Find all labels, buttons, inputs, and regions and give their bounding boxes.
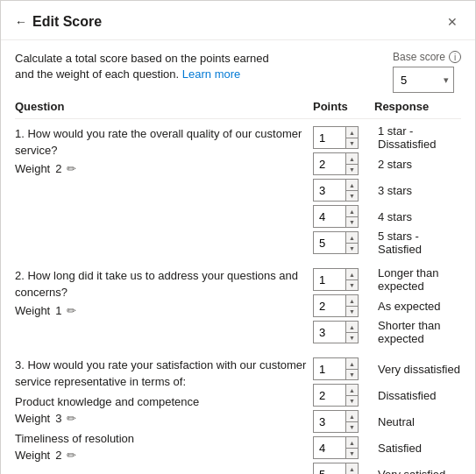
edit-weight-icon-1[interactable]: ✏ xyxy=(67,162,76,175)
close-button[interactable]: ✕ xyxy=(444,11,461,32)
dialog-title: Edit Score xyxy=(32,14,444,30)
points-input-2-1: ▲ ▼ xyxy=(313,268,359,291)
spin-up-1-3[interactable]: ▲ xyxy=(345,180,358,191)
points-input-1-4: ▲ ▼ xyxy=(313,205,359,228)
edit-weight-icon-3a[interactable]: ✏ xyxy=(67,412,76,425)
base-score-section: Base score i 5 xyxy=(393,51,461,93)
responses-col-3: Very dissatisfied Dissatisfied Neutral S… xyxy=(374,357,461,474)
col-question-header: Question xyxy=(15,100,313,113)
spin-down-2-2[interactable]: ▼ xyxy=(345,307,358,317)
points-input-3-5: ▲ ▼ xyxy=(313,463,359,474)
spin-up-3-1[interactable]: ▲ xyxy=(345,358,358,370)
points-col-3: ▲ ▼ ▲ ▼ ▲ xyxy=(313,357,374,474)
question-row-2: 2. How long did it take us to address yo… xyxy=(15,268,461,343)
question-block-3: 3. How would you rate your satisfaction … xyxy=(15,357,461,474)
edit-weight-icon-2[interactable]: ✏ xyxy=(67,304,76,317)
responses-col-1: 1 star - Dissatisfied 2 stars 3 stars 4 … xyxy=(374,126,461,254)
spin-up-1-4[interactable]: ▲ xyxy=(345,206,358,217)
sub-question-1: Product knowledge and competence Weight … xyxy=(15,395,313,425)
points-input-3-3: ▲ ▼ xyxy=(313,410,359,433)
description-text: Calculate a total score based on the poi… xyxy=(15,51,278,82)
points-input-2-3: ▲ ▼ xyxy=(313,321,359,343)
base-score-select[interactable]: 5 xyxy=(393,67,454,93)
spin-down-3-4[interactable]: ▼ xyxy=(345,449,358,459)
points-input-3-1: ▲ ▼ xyxy=(313,357,359,380)
spin-up-3-3[interactable]: ▲ xyxy=(345,411,358,422)
spin-down-3-3[interactable]: ▼ xyxy=(345,422,358,433)
spin-down-3-2[interactable]: ▼ xyxy=(345,396,358,407)
spin-up-3-5[interactable]: ▲ xyxy=(345,463,358,474)
col-response-header: Response xyxy=(374,100,461,113)
sub-question-2: Timeliness of resolution Weight 2 ✏ xyxy=(15,432,313,462)
spin-down-1-4[interactable]: ▼ xyxy=(345,217,358,228)
weight-row-3a: Weight 3 ✏ xyxy=(15,412,313,425)
learn-more-link[interactable]: Learn more xyxy=(182,67,240,81)
question-row-3: 3. How would you rate your satisfaction … xyxy=(15,357,461,474)
question-text-1: 1. How would you rate the overall qualit… xyxy=(15,126,313,174)
points-input-1-2: ▲ ▼ xyxy=(313,152,359,175)
edit-score-dialog: ← Edit Score ✕ Calculate a total score b… xyxy=(0,0,476,474)
points-input-2-2: ▲ ▼ xyxy=(313,294,359,317)
question-row-1: 1. How would you rate the overall qualit… xyxy=(15,126,461,254)
points-input-1-5: ▲ ▼ xyxy=(313,231,359,254)
question-text-2: 2. How long did it take us to address yo… xyxy=(15,268,313,316)
spin-down-1-1[interactable]: ▼ xyxy=(345,138,358,149)
col-points-header: Points xyxy=(313,100,374,113)
points-input-1-3: ▲ ▼ xyxy=(313,179,359,202)
spin-down-1-3[interactable]: ▼ xyxy=(345,191,358,202)
spin-down-2-1[interactable]: ▼ xyxy=(345,280,358,291)
back-button[interactable]: ← xyxy=(15,13,32,31)
spin-up-1-1[interactable]: ▲ xyxy=(345,127,358,138)
points-input-1-1: ▲ ▼ xyxy=(313,126,359,149)
dialog-body: Calculate a total score based on the poi… xyxy=(1,40,475,474)
columns-header: Question Points Response xyxy=(15,100,461,119)
dialog-header: ← Edit Score ✕ xyxy=(1,1,475,40)
spin-up-2-3[interactable]: ▲ xyxy=(345,322,358,333)
spin-down-1-2[interactable]: ▼ xyxy=(345,165,358,175)
spin-up-1-2[interactable]: ▲ xyxy=(345,153,358,165)
edit-weight-icon-3b[interactable]: ✏ xyxy=(67,449,76,462)
info-icon: i xyxy=(449,51,461,63)
question-block-2: 2. How long did it take us to address yo… xyxy=(15,268,461,343)
weight-row-2: Weight 1 ✏ xyxy=(15,304,313,317)
question-block-1: 1. How would you rate the overall qualit… xyxy=(15,126,461,254)
responses-col-2: Longer than expected As expected Shorter… xyxy=(374,268,461,343)
points-col-2: ▲ ▼ ▲ ▼ ▲ xyxy=(313,268,374,343)
spin-up-3-4[interactable]: ▲ xyxy=(345,437,358,449)
weight-row-1: Weight 2 ✏ xyxy=(15,162,313,175)
base-score-select-wrapper: 5 xyxy=(393,67,454,93)
points-input-3-4: ▲ ▼ xyxy=(313,436,359,459)
points-input-3-2: ▲ ▼ xyxy=(313,384,359,407)
spin-up-2-2[interactable]: ▲ xyxy=(345,295,358,307)
spin-down-1-5[interactable]: ▼ xyxy=(345,244,358,254)
base-score-label: Base score i xyxy=(393,51,461,63)
points-col-1: ▲ ▼ ▲ ▼ ▲ xyxy=(313,126,374,254)
spin-down-2-3[interactable]: ▼ xyxy=(345,333,358,343)
spin-up-3-2[interactable]: ▲ xyxy=(345,385,358,396)
spin-up-2-1[interactable]: ▲ xyxy=(345,269,358,280)
spin-up-1-5[interactable]: ▲ xyxy=(345,232,358,244)
spin-down-3-1[interactable]: ▼ xyxy=(345,370,358,380)
question-text-3: 3. How would you rate your satisfaction … xyxy=(15,357,313,461)
weight-row-3b: Weight 2 ✏ xyxy=(15,449,313,462)
